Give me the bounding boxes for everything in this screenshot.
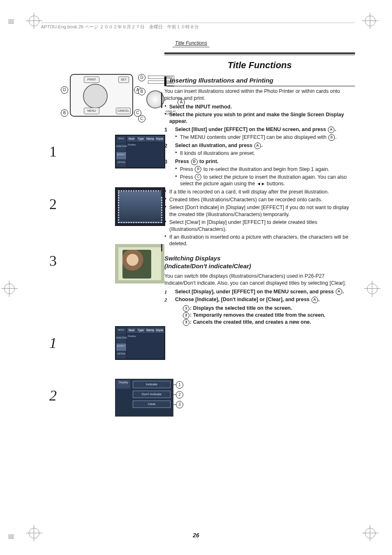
menu-item-sepia: Sepia xyxy=(155,136,164,142)
callout-3-icon: 3 xyxy=(176,401,183,408)
step-number-1: 1 xyxy=(49,143,57,160)
accent-bar xyxy=(161,189,162,196)
section-heading-2: Switching Displays (Indicate/Don't indic… xyxy=(164,255,355,270)
number-1-icon: 1 xyxy=(183,305,189,312)
number-2-icon: 2 xyxy=(183,312,189,319)
label-b-icon: B xyxy=(61,109,68,117)
sec2-step-1: 1 Select [Display], under [EFFECT] on th… xyxy=(164,288,355,295)
callout-2-icon: 2 xyxy=(176,391,183,398)
figures-column: PRINT SET MENU CANCEL D A B C PRINT ERRO… xyxy=(33,74,152,435)
post-bullet: Created titles (Illustrations/Characters… xyxy=(164,196,355,203)
title-rule xyxy=(164,53,355,55)
figure-sec2-step-1: 1 BASIC FUNCTION EFFECT OPTION Illust Ty… xyxy=(33,326,152,367)
number-3-icon: 3 xyxy=(183,319,189,326)
menu-screenshot-1: BASIC FUNCTION EFFECT OPTION Illust Type… xyxy=(115,135,165,168)
step-num: 2 xyxy=(164,296,167,304)
menu-tab-effect: EFFECT xyxy=(116,343,126,351)
step3-note-c: Press C to select the picture to insert … xyxy=(175,174,355,188)
step1-note: The MENU contents under [EFFECT] can be … xyxy=(175,134,355,141)
button-d-icon: D xyxy=(191,159,198,165)
figure-step-3: 3 xyxy=(33,244,152,297)
label-d2-icon: D xyxy=(138,74,145,81)
figure-step-2: 2 xyxy=(33,187,152,233)
button-b-icon: B xyxy=(328,134,335,141)
display-side-label: Display xyxy=(116,380,130,389)
prestep-2: Select the picture you wish to print and… xyxy=(164,111,355,125)
button-a-icon: A xyxy=(328,127,334,133)
registration-mark-icon xyxy=(365,16,376,26)
step3-text-b: to print. xyxy=(198,159,219,164)
step-number-3: 3 xyxy=(49,252,57,269)
menu-screenshot-2: BASIC FUNCTION EFFECT OPTION Illust Type… xyxy=(115,326,165,360)
menu-item-illust: Illust xyxy=(127,327,136,333)
callout-line xyxy=(165,394,176,395)
page-number: 26 xyxy=(0,532,392,539)
step2-text: Select an illustration, and press xyxy=(175,143,254,148)
page: APTOU-Eng.book 26 ページ ２００２年９月２７日 金曜日 午前１… xyxy=(0,0,392,555)
label-d-icon: D xyxy=(61,86,68,94)
button-a-icon: A xyxy=(311,297,318,303)
crop-ticks-top xyxy=(8,19,14,24)
menu-tab-option: OPTION xyxy=(116,351,126,359)
callout-1-icon: 1 xyxy=(176,381,183,389)
step-number-1-italic: 1 xyxy=(49,334,57,352)
menu-tab-option: OPTION xyxy=(116,160,126,167)
menu-tab-function: FUNCTION xyxy=(116,144,126,151)
set-button-label: SET xyxy=(118,76,129,83)
menu-button-label: MENU xyxy=(84,108,99,114)
cancel-button-label: CANCEL xyxy=(116,108,131,114)
button-a-icon: A xyxy=(336,288,342,295)
registration-mark-icon xyxy=(4,283,15,294)
menu-tab-basic: BASIC xyxy=(116,327,126,335)
step-number-2: 2 xyxy=(49,196,57,213)
sec2-step2-text: Choose [Indicate], [Don't indicate] or [… xyxy=(175,297,311,302)
callout-line xyxy=(165,385,176,385)
figure-step-1: 1 BASIC FUNCTION EFFECT OPTION Illust Ty… xyxy=(33,135,152,176)
menu-item-type: Type xyxy=(136,327,145,333)
sec2-step1-text: Select [Display], under [EFFECT] on the … xyxy=(175,289,335,295)
printed-photo-icon xyxy=(115,244,164,283)
callout-line xyxy=(165,404,176,405)
post-bullet: If an illustration is inserted onto a pi… xyxy=(164,234,355,248)
menu-tab-basic: BASIC xyxy=(116,136,126,143)
label-b2-icon: B xyxy=(138,88,145,95)
menu-item-illust: Illust xyxy=(127,136,136,142)
step-1: 1 Select [Illust] under [EFFECT] on the … xyxy=(164,126,355,141)
device-body: PRINT SET MENU CANCEL xyxy=(70,74,133,117)
step1-text: Select [Illust] under [EFFECT] on the ME… xyxy=(175,127,327,132)
step-num: 2 xyxy=(164,142,167,150)
prestep-1: Select the INPUT method. xyxy=(164,104,355,111)
section-heading-1: Inserting Illustrations and Printing xyxy=(164,76,355,86)
step2-note: 8 kinds of illustrations are preset. xyxy=(175,150,355,157)
registration-mark-icon xyxy=(29,16,39,26)
content-column: Inserting Illustrations and Printing You… xyxy=(164,76,355,327)
generator-header: APTOU-Eng.book 26 ページ ２００２年９月２７日 金曜日 午前１… xyxy=(41,23,355,30)
menu-tab-function: FUNCTION xyxy=(116,335,126,343)
label-c2-icon: C xyxy=(138,115,145,122)
post-bullet: Select [Clear] in [Display] under [EFFEC… xyxy=(164,219,355,233)
button-a-icon: A xyxy=(254,143,261,149)
left-right-arrow-icon: ◄► xyxy=(256,181,267,186)
step3-text-a: Press xyxy=(175,159,191,164)
running-head: Title Functions xyxy=(173,40,210,47)
figure-control-panel: PRINT SET MENU CANCEL D A B C PRINT ERRO… xyxy=(33,74,152,123)
menu-body: Display xyxy=(127,143,164,167)
def-3: 3: Cancels the created title, and create… xyxy=(182,319,355,326)
menu-item-sepia: Sepia xyxy=(155,327,164,333)
section1-intro: You can insert illustrations stored with… xyxy=(164,88,355,102)
section2-intro: You can switch title displays (Illustrat… xyxy=(164,273,355,287)
menu-item-stamp: Stamp xyxy=(146,136,155,142)
step3-note-b: Press B to re-select the illustration an… xyxy=(175,166,355,173)
illustration-select-screenshot xyxy=(115,187,165,226)
def-2: 2: Temporarily removes the created title… xyxy=(182,312,355,319)
print-button-label: PRINT xyxy=(84,76,99,83)
def-1: 1: Displays the selected title on the sc… xyxy=(182,305,355,312)
menu-tab-effect: EFFECT xyxy=(116,152,126,159)
menu-item-stamp: Stamp xyxy=(146,327,155,333)
registration-mark-icon xyxy=(367,283,378,294)
post-bullet: Select [Don't indicate] in [Display] und… xyxy=(164,204,355,218)
step-number-2-italic: 2 xyxy=(49,387,57,404)
step-num: 3 xyxy=(164,158,167,166)
step-2: 2 Select an illustration, and press A. 8… xyxy=(164,142,355,157)
step-num: 1 xyxy=(164,288,167,296)
